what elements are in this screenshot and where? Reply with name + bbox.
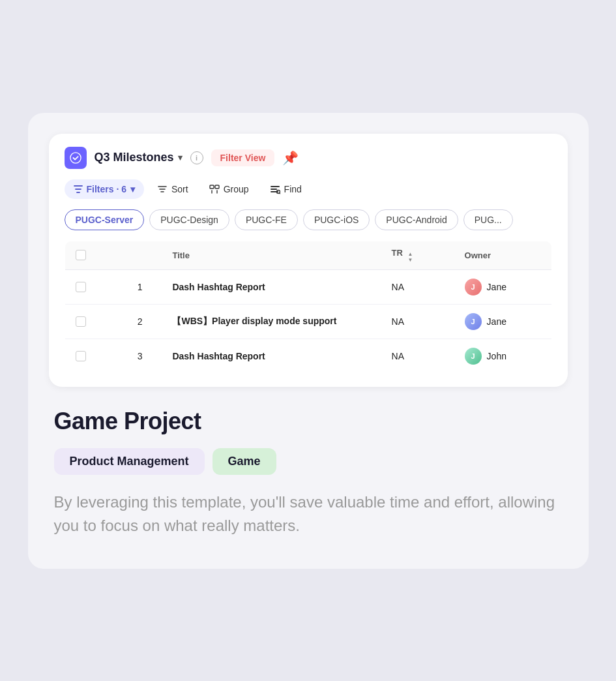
- row-2-num: 2: [118, 304, 162, 339]
- sort-icon: [157, 184, 168, 194]
- tab-pugc-more[interactable]: PUG...: [463, 209, 513, 230]
- row-1-owner: J Jane: [454, 269, 551, 304]
- row-1-avatar: J: [465, 279, 482, 295]
- col-header-owner: Owner: [454, 241, 551, 269]
- row-3-owner: J John: [454, 339, 551, 373]
- tr-sort-indicator: ▲▼: [408, 252, 413, 263]
- filter-view-button[interactable]: Filter View: [211, 149, 275, 166]
- row-3-avatar: J: [465, 348, 482, 365]
- row-3-checkbox[interactable]: [76, 351, 86, 361]
- col-header-checkbox: [65, 241, 118, 269]
- row-1-num: 1: [118, 269, 162, 304]
- group-button[interactable]: Group: [201, 179, 257, 199]
- game-project-title: Game Project: [54, 408, 563, 435]
- row-1-tr: NA: [381, 269, 454, 304]
- tag-product-management: Product Management: [54, 448, 205, 475]
- row-2-checkbox[interactable]: [76, 316, 86, 327]
- row-2-title: 【WBS】Player display mode support: [162, 304, 381, 339]
- top-card: Q3 Milestones ▾ i Filter View 📌 Filters …: [49, 134, 568, 387]
- pin-icon[interactable]: 📌: [282, 150, 299, 166]
- row-2-avatar: J: [465, 313, 482, 330]
- tab-pugc-ios[interactable]: PUGC-iOS: [303, 209, 370, 230]
- toolbar-row: Filters · 6 ▾ Sort Group: [65, 179, 552, 199]
- select-all-checkbox[interactable]: [76, 250, 86, 260]
- col-header-num: [118, 241, 162, 269]
- row-2-tr: NA: [381, 304, 454, 339]
- filters-button[interactable]: Filters · 6 ▾: [65, 179, 144, 199]
- tabs-row: PUGC-Server PUGC-Design PUGC-FE PUGC-iOS…: [65, 209, 552, 230]
- milestone-title: Q3 Milestones ▾: [95, 151, 183, 164]
- table-row: 1 Dash Hashtag Report NA J Jane: [65, 269, 551, 304]
- tab-pugc-server[interactable]: PUGC-Server: [65, 209, 145, 230]
- svg-rect-2: [215, 185, 219, 189]
- tab-pugc-fe[interactable]: PUGC-FE: [235, 209, 298, 230]
- row-3-num: 3: [118, 339, 162, 373]
- description-text: By leveraging this template, you'll save…: [54, 491, 563, 537]
- tag-game: Game: [213, 448, 276, 475]
- tags-row: Product Management Game: [54, 448, 563, 475]
- row-1-title: Dash Hashtag Report: [162, 269, 381, 304]
- data-table: Title TR ▲▼ Owner 1 Dash Hash: [65, 241, 552, 374]
- info-icon[interactable]: i: [190, 151, 203, 164]
- milestone-icon: [65, 147, 87, 169]
- svg-rect-4: [271, 189, 277, 190]
- row-2-owner: J Jane: [454, 304, 551, 339]
- title-dropdown-arrow[interactable]: ▾: [178, 153, 183, 162]
- tab-pugc-android[interactable]: PUGC-Android: [375, 209, 458, 230]
- find-button[interactable]: Find: [262, 179, 310, 199]
- sort-button[interactable]: Sort: [149, 179, 196, 199]
- col-header-tr[interactable]: TR ▲▼: [381, 241, 454, 269]
- find-icon: [270, 184, 280, 194]
- group-icon: [209, 184, 220, 194]
- svg-rect-1: [210, 185, 214, 189]
- col-header-title[interactable]: Title: [162, 241, 381, 269]
- tab-pugc-design[interactable]: PUGC-Design: [149, 209, 229, 230]
- page-wrapper: Q3 Milestones ▾ i Filter View 📌 Filters …: [28, 113, 589, 569]
- row-1-checkbox[interactable]: [76, 282, 86, 292]
- table-row: 2 【WBS】Player display mode support NA J …: [65, 304, 551, 339]
- svg-rect-3: [271, 186, 280, 187]
- header-row: Q3 Milestones ▾ i Filter View 📌: [65, 147, 552, 169]
- row-3-title: Dash Hashtag Report: [162, 339, 381, 373]
- table-row: 3 Dash Hashtag Report NA J John: [65, 339, 551, 373]
- row-3-tr: NA: [381, 339, 454, 373]
- svg-point-0: [70, 152, 80, 162]
- bottom-section: Game Project Product Management Game By …: [49, 387, 568, 537]
- filter-icon: [74, 185, 83, 194]
